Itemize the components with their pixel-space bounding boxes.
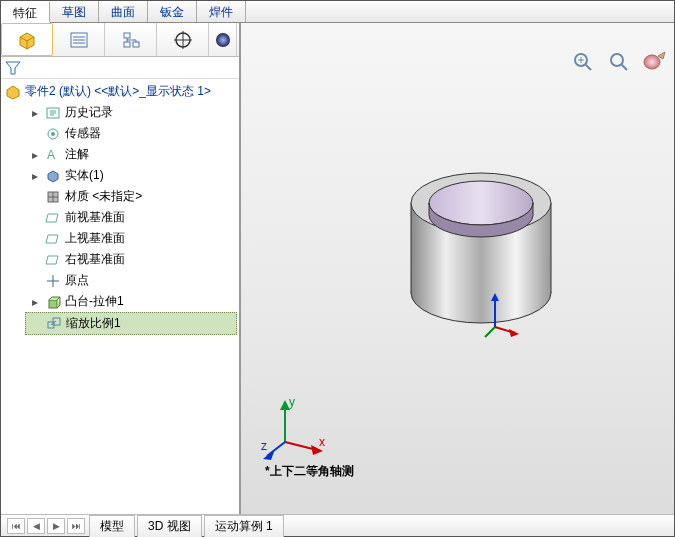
- part-icon: [5, 84, 21, 100]
- tree-item-0[interactable]: ▸历史记录: [25, 102, 237, 123]
- tab-1[interactable]: 草图: [50, 1, 99, 22]
- svg-rect-4: [124, 33, 130, 38]
- bottom-tab-0[interactable]: 模型: [89, 515, 135, 537]
- axis-x-label: x: [319, 435, 325, 449]
- list-icon: [69, 30, 89, 50]
- nav-button-1[interactable]: ◀: [27, 518, 45, 534]
- zoom-fit-button[interactable]: [570, 49, 596, 75]
- zoom-fit-icon: [572, 51, 594, 73]
- tab-2[interactable]: 曲面: [99, 1, 148, 22]
- configuration-manager-button[interactable]: [105, 23, 157, 56]
- tree-item-6[interactable]: 上视基准面: [25, 228, 237, 249]
- tree-item-4[interactable]: 材质 <未指定>: [25, 186, 237, 207]
- history-icon: [45, 105, 61, 121]
- tree-root-label: 零件2 (默认) <<默认>_显示状态 1>: [25, 83, 211, 100]
- material-icon: [45, 189, 61, 205]
- svg-text:A: A: [47, 148, 55, 162]
- funnel-icon[interactable]: [5, 60, 21, 76]
- tree-root[interactable]: 零件2 (默认) <<默认>_显示状态 1>: [5, 81, 237, 102]
- solid-icon: [45, 168, 61, 184]
- tree-item-label: 历史记录: [65, 104, 113, 121]
- tab-4[interactable]: 焊件: [197, 1, 246, 22]
- tree-item-label: 实体(1): [65, 167, 104, 184]
- panel-toolbar: [1, 23, 239, 57]
- svg-line-41: [485, 327, 495, 337]
- sensor-icon: [45, 126, 61, 142]
- dimxpert-manager-button[interactable]: [157, 23, 209, 56]
- tree-item-label: 传感器: [65, 125, 101, 142]
- zoom-area-button[interactable]: [606, 49, 632, 75]
- svg-marker-38: [491, 293, 499, 301]
- tree-item-3[interactable]: ▸实体(1): [25, 165, 237, 186]
- plane-icon: [45, 231, 61, 247]
- bottom-tab-2[interactable]: 运动算例 1: [204, 515, 284, 537]
- tree-item-1[interactable]: 传感器: [25, 123, 237, 144]
- expander-icon[interactable]: ▸: [29, 106, 41, 120]
- property-manager-button[interactable]: [53, 23, 105, 56]
- expander-icon[interactable]: ▸: [29, 295, 41, 309]
- nav-button-3[interactable]: ⏭: [67, 518, 85, 534]
- feature-tree: 零件2 (默认) <<默认>_显示状态 1> ▸历史记录传感器▸A注解▸实体(1…: [1, 79, 239, 514]
- origin-icon: [45, 273, 61, 289]
- target-icon: [173, 30, 193, 50]
- axis-z-label: z: [261, 439, 267, 453]
- hierarchy-icon: [121, 30, 141, 50]
- tree-item-7[interactable]: 右视基准面: [25, 249, 237, 270]
- feature-manager-button[interactable]: [1, 23, 53, 56]
- display-manager-button[interactable]: [209, 23, 237, 56]
- tree-item-label: 凸台-拉伸1: [65, 293, 124, 310]
- axis-y-label: y: [289, 395, 295, 409]
- tab-0[interactable]: 特征: [1, 2, 50, 23]
- nav-button-2[interactable]: ▶: [47, 518, 65, 534]
- tree-item-8[interactable]: 原点: [25, 270, 237, 291]
- tree-item-5[interactable]: 前视基准面: [25, 207, 237, 228]
- bottom-bar: ⏮◀▶⏭模型3D 视图运动算例 1: [1, 514, 674, 536]
- axis-triad-icon: y x z: [261, 392, 331, 462]
- viewport-3d[interactable]: y x z *上下二等角轴测: [241, 23, 674, 514]
- svg-line-25: [585, 64, 591, 70]
- sphere-icon: [215, 32, 231, 48]
- tree-item-label: 前视基准面: [65, 209, 125, 226]
- bottom-tab-1[interactable]: 3D 视图: [137, 515, 202, 537]
- tree-item-label: 缩放比例1: [66, 315, 121, 332]
- nav-button-0[interactable]: ⏮: [7, 518, 25, 534]
- svg-point-10: [216, 33, 230, 47]
- tree-item-label: 原点: [65, 272, 89, 289]
- origin-triad-icon: [481, 291, 521, 341]
- zoom-icon: [608, 51, 630, 73]
- expander-icon[interactable]: ▸: [29, 148, 41, 162]
- view-orientation-label: *上下二等角轴测: [265, 463, 354, 480]
- tree-item-label: 材质 <未指定>: [65, 188, 142, 205]
- feature-tree-panel: 零件2 (默认) <<默认>_显示状态 1> ▸历史记录传感器▸A注解▸实体(1…: [1, 23, 241, 514]
- appearance-button[interactable]: [642, 49, 668, 75]
- view-tools: [570, 49, 668, 75]
- svg-rect-5: [124, 42, 130, 47]
- svg-point-30: [644, 55, 660, 69]
- svg-marker-40: [509, 329, 519, 337]
- cube-icon: [16, 29, 38, 51]
- svg-rect-6: [133, 42, 139, 47]
- tree-item-9[interactable]: ▸凸台-拉伸1: [25, 291, 237, 312]
- annotation-icon: A: [45, 147, 61, 163]
- scale-icon: [46, 316, 62, 332]
- expander-icon[interactable]: ▸: [29, 169, 41, 183]
- plane-icon: [45, 210, 61, 226]
- tree-item-label: 上视基准面: [65, 230, 125, 247]
- tab-3[interactable]: 钣金: [148, 1, 197, 22]
- extrude-icon: [45, 294, 61, 310]
- tree-item-label: 右视基准面: [65, 251, 125, 268]
- filter-row: [1, 57, 239, 79]
- svg-point-13: [51, 132, 55, 136]
- feature-tabs: 特征草图曲面钣金焊件: [1, 1, 674, 23]
- tree-item-label: 注解: [65, 146, 89, 163]
- tree-item-10[interactable]: 缩放比例1: [25, 312, 237, 335]
- svg-line-29: [621, 64, 627, 70]
- main-row: 零件2 (默认) <<默认>_显示状态 1> ▸历史记录传感器▸A注解▸实体(1…: [1, 23, 674, 514]
- plane-icon: [45, 252, 61, 268]
- appearance-icon: [643, 51, 667, 73]
- tree-item-2[interactable]: ▸A注解: [25, 144, 237, 165]
- svg-rect-20: [49, 300, 57, 308]
